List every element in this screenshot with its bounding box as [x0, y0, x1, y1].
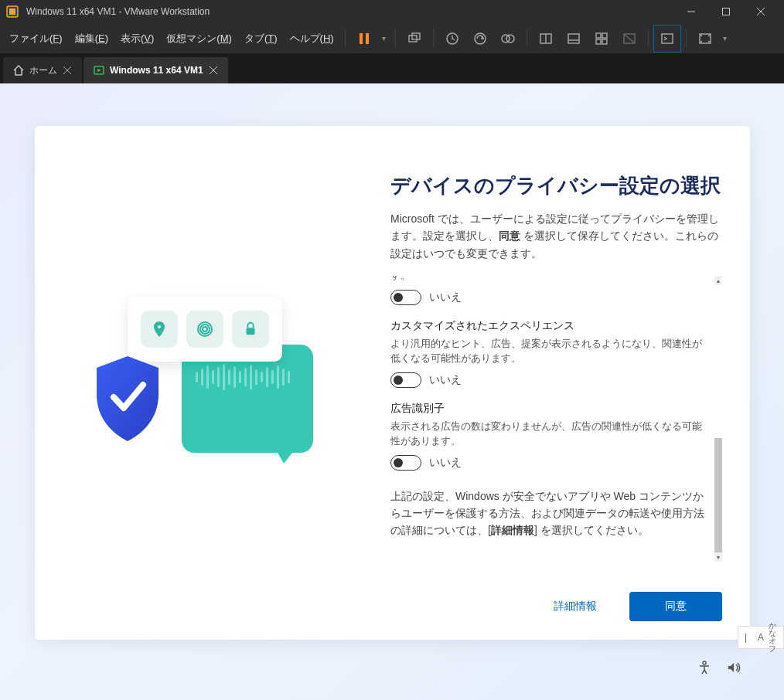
svg-rect-9 — [412, 33, 420, 39]
ime-indicator[interactable]: | A かな オフ — [738, 626, 784, 649]
location-icon — [141, 311, 178, 348]
tray-icons — [697, 660, 741, 675]
svg-marker-29 — [97, 69, 101, 72]
pause-icon[interactable] — [350, 25, 378, 53]
privacy-content: デバイスのプライバシー設定の選択 Microsoft では、ユーザーによる設定に… — [390, 126, 750, 640]
separator — [527, 29, 527, 48]
tabbar: ホーム Windows 11 x64 VM1 — [0, 54, 784, 83]
menu-edit[interactable]: 編集(E) — [69, 29, 114, 49]
svg-rect-3 — [722, 8, 729, 15]
svg-rect-21 — [602, 39, 607, 44]
privacy-illustration — [97, 291, 329, 476]
svg-point-13 — [506, 35, 514, 42]
titlebar: Windows 11 x64 VM1 - VMware Workstation — [0, 0, 784, 23]
home-icon — [12, 64, 25, 76]
svg-point-36 — [703, 661, 706, 664]
more-info-button[interactable]: 詳細情報 — [529, 592, 622, 621]
accessibility-icon[interactable] — [697, 660, 712, 675]
vm-icon — [93, 64, 105, 76]
svg-line-23 — [625, 35, 634, 42]
menubar: ファイル(F) 編集(E) 表示(V) 仮想マシン(M) タブ(T) ヘルプ(H… — [0, 23, 784, 54]
illustration-panel — [35, 126, 390, 640]
snapshot-manager-icon[interactable] — [494, 25, 522, 53]
fullscreen-icon[interactable] — [691, 25, 719, 53]
toggle-1[interactable] — [390, 372, 421, 388]
volume-icon[interactable] — [726, 660, 741, 675]
scrollbar-up-icon[interactable]: ▲ — [714, 276, 722, 285]
svg-rect-1 — [9, 8, 15, 15]
scrollbar-thumb[interactable] — [714, 438, 722, 554]
svg-rect-19 — [602, 33, 607, 38]
setting-desc-1: より汎用的なヒント、広告、提案が表示されるようになり、関連性が低くなる可能性があ… — [390, 336, 707, 366]
button-row: 詳細情報 同意 — [529, 592, 722, 621]
window-title: Windows 11 x64 VM1 - VMware Workstation — [26, 6, 673, 17]
ime-kana: かな オフ — [769, 622, 783, 653]
tab-home[interactable]: ホーム — [3, 57, 82, 83]
snapshot-icon[interactable] — [438, 25, 466, 53]
tab-vm1[interactable]: Windows 11 x64 VM1 — [84, 57, 228, 83]
close-icon[interactable] — [208, 65, 219, 76]
agree-button[interactable]: 同意 — [629, 592, 722, 621]
toggle-0[interactable] — [390, 290, 421, 305]
menu-vm[interactable]: 仮想マシン(M) — [160, 29, 238, 49]
scrollbar-down-icon[interactable]: ▼ — [714, 552, 722, 562]
svg-rect-35 — [246, 328, 254, 335]
toggle-2[interactable] — [390, 455, 421, 471]
separator — [648, 29, 649, 48]
tab-label: Windows 11 x64 VM1 — [110, 65, 203, 76]
settings-scroll-area: す。 いいえ カスタマイズされたエクスペリエンス より汎用的なヒント、広告、提案… — [390, 276, 722, 562]
menu-tabs[interactable]: タブ(T) — [238, 29, 284, 49]
svg-rect-8 — [409, 36, 417, 42]
scrollbar[interactable]: ▲ ▼ — [714, 276, 722, 562]
vm-viewport[interactable]: デバイスのプライバシー設定の選択 Microsoft では、ユーザーによる設定に… — [0, 83, 784, 700]
minimize-button[interactable] — [673, 0, 708, 23]
svg-rect-16 — [568, 34, 579, 43]
truncated-text: す。 — [390, 276, 707, 284]
menu-view[interactable]: 表示(V) — [114, 29, 160, 49]
separator — [433, 29, 434, 48]
view-single-icon[interactable] — [532, 25, 560, 53]
svg-rect-20 — [596, 39, 601, 44]
page-title: デバイスのプライバシー設定の選択 — [390, 172, 722, 199]
privacy-card: デバイスのプライバシー設定の選択 Microsoft では、ユーザーによる設定に… — [35, 126, 750, 640]
ime-cursor: | — [738, 632, 753, 643]
setting-desc-2: 表示される広告の数は変わりませんが、広告の関連性が低くなる可能性があります。 — [390, 419, 707, 449]
close-button[interactable] — [743, 0, 778, 23]
intro-text: Microsoft では、ユーザーによる設定に従ってプライバシーを管理します。設… — [390, 210, 722, 262]
tab-label: ホーム — [29, 64, 57, 77]
menu-file[interactable]: ファイル(F) — [3, 29, 69, 49]
footer-text: 上記の設定、Windows が安全でないアプリや Web コンテンツからユーザー… — [390, 488, 707, 539]
console-icon[interactable] — [653, 25, 681, 53]
menu-help[interactable]: ヘルプ(H) — [284, 29, 340, 49]
toggle-2-label: いいえ — [429, 456, 462, 470]
chevron-down-icon[interactable]: ▾ — [378, 34, 390, 42]
maximize-button[interactable] — [708, 0, 743, 23]
view-thumbnail-icon[interactable] — [560, 25, 588, 53]
close-icon[interactable] — [62, 65, 73, 76]
send-key-icon[interactable] — [401, 25, 428, 53]
svg-point-33 — [200, 325, 210, 334]
fingerprint-icon — [186, 311, 223, 348]
separator — [345, 29, 346, 48]
setting-title-1: カスタマイズされたエクスペリエンス — [390, 319, 707, 333]
lock-icon — [232, 311, 269, 348]
separator — [686, 29, 687, 48]
ime-mode: A — [753, 632, 768, 643]
setting-title-2: 広告識別子 — [390, 402, 707, 416]
chevron-down-icon[interactable]: ▾ — [719, 34, 731, 42]
snapshot-revert-icon[interactable] — [466, 25, 494, 53]
svg-rect-7 — [366, 33, 369, 44]
vmware-app-icon — [6, 5, 19, 18]
shield-icon — [89, 352, 166, 445]
window-controls — [673, 0, 778, 23]
separator — [395, 29, 396, 48]
unity-icon[interactable] — [615, 25, 643, 53]
view-tile-icon[interactable] — [588, 25, 615, 53]
svg-point-32 — [203, 327, 207, 331]
svg-rect-18 — [596, 33, 601, 38]
toggle-1-label: いいえ — [429, 373, 462, 387]
svg-rect-6 — [360, 33, 363, 44]
toggle-0-label: いいえ — [429, 291, 462, 304]
